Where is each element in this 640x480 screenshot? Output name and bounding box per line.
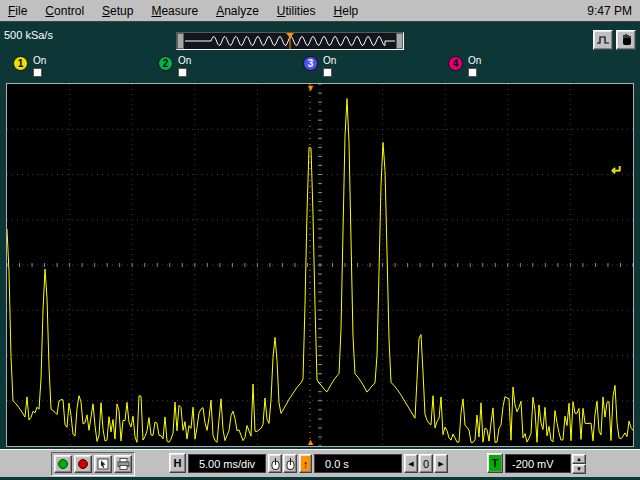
channel-3-control: 3 On xyxy=(303,56,336,77)
channel-2-checkbox[interactable] xyxy=(178,68,187,77)
mouse-icon xyxy=(286,458,295,470)
run-icon xyxy=(57,458,69,470)
preview-handle-left[interactable] xyxy=(177,33,184,49)
menu-bar: File Control Setup Measure Analyze Utili… xyxy=(0,0,640,22)
stop-icon xyxy=(77,458,89,470)
channel-1-control: 1 On xyxy=(13,56,46,77)
waveform-display xyxy=(6,83,634,447)
printer-icon xyxy=(117,458,130,470)
channel-4-control: 4 On xyxy=(448,56,481,77)
channel-1-checkbox[interactable] xyxy=(33,68,42,77)
menu-setup[interactable]: Setup xyxy=(102,4,133,18)
menu-help[interactable]: Help xyxy=(334,4,359,18)
channel-3-button[interactable]: 3 xyxy=(303,56,318,71)
touch-button[interactable] xyxy=(94,455,112,473)
trigger-time-marker-bottom[interactable]: ▲ xyxy=(306,438,315,447)
trigger-reference-button[interactable]: ↑ xyxy=(299,454,312,473)
channel-3-on-label: On xyxy=(323,56,336,66)
channel-3-checkbox[interactable] xyxy=(323,68,332,77)
channel-2-button[interactable]: 2 xyxy=(158,56,173,71)
horizontal-menu-button[interactable]: H xyxy=(169,453,186,473)
fine-adjust-button[interactable] xyxy=(283,454,297,473)
menu-analyze[interactable]: Analyze xyxy=(216,4,259,18)
channel-1-on-label: On xyxy=(33,56,46,66)
menu-file[interactable]: File xyxy=(8,4,27,18)
channel-1-button[interactable]: 1 xyxy=(13,56,28,71)
trigger-level-down-button[interactable]: ▼ xyxy=(572,464,586,474)
channel-4-button[interactable]: 4 xyxy=(448,56,463,71)
delay-increment-button[interactable]: ▶ xyxy=(434,454,448,473)
trigger-menu-button[interactable]: T xyxy=(487,453,503,473)
preview-waveform xyxy=(177,33,403,49)
stop-control-button[interactable] xyxy=(616,30,636,50)
trigger-level-up-button[interactable]: ▲ xyxy=(572,454,586,464)
clock: 9:47 PM xyxy=(587,4,640,18)
graticule-and-trace xyxy=(7,84,633,446)
delay-decrement-button[interactable]: ◀ xyxy=(404,454,418,473)
step-waveform-icon xyxy=(597,35,610,46)
channel-2-control: 2 On xyxy=(158,56,191,77)
channel-2-on-label: On xyxy=(178,56,191,66)
coarse-adjust-button[interactable] xyxy=(268,454,282,473)
trigger-level-readout[interactable]: -200 mV xyxy=(505,454,571,473)
math-function-marker[interactable]: ↵ xyxy=(611,163,623,177)
channel-4-checkbox[interactable] xyxy=(468,68,477,77)
delay-readout[interactable]: 0.0 s xyxy=(314,454,402,473)
timebase-readout[interactable]: 5.00 ms/div xyxy=(188,454,266,473)
bottom-control-bar: H 5.00 ms/div ↑ 0.0 s ◀ 0 ▶ T -200 mV ▲ … xyxy=(0,449,640,477)
stop-button[interactable] xyxy=(74,455,92,473)
run-control-button[interactable] xyxy=(593,30,613,50)
print-button[interactable] xyxy=(114,455,132,473)
menu-control[interactable]: Control xyxy=(45,4,84,18)
trigger-time-marker-top[interactable]: ▼ xyxy=(306,84,315,93)
channel-4-on-label: On xyxy=(468,56,481,66)
hand-icon xyxy=(620,34,633,46)
touch-icon xyxy=(97,458,109,470)
run-button[interactable] xyxy=(54,455,72,473)
acquisition-preview-bar[interactable] xyxy=(176,32,404,50)
menu-measure[interactable]: Measure xyxy=(151,4,198,18)
oscilloscope-screen: File Control Setup Measure Analyze Utili… xyxy=(0,0,640,480)
delay-zero-button[interactable]: 0 xyxy=(419,454,433,473)
preview-handle-right[interactable] xyxy=(396,33,403,49)
sample-rate-readout: 500 kSa/s xyxy=(4,29,53,41)
acquisition-button-panel xyxy=(51,452,135,476)
mouse-icon xyxy=(271,458,280,470)
menu-utilities[interactable]: Utilities xyxy=(277,4,316,18)
